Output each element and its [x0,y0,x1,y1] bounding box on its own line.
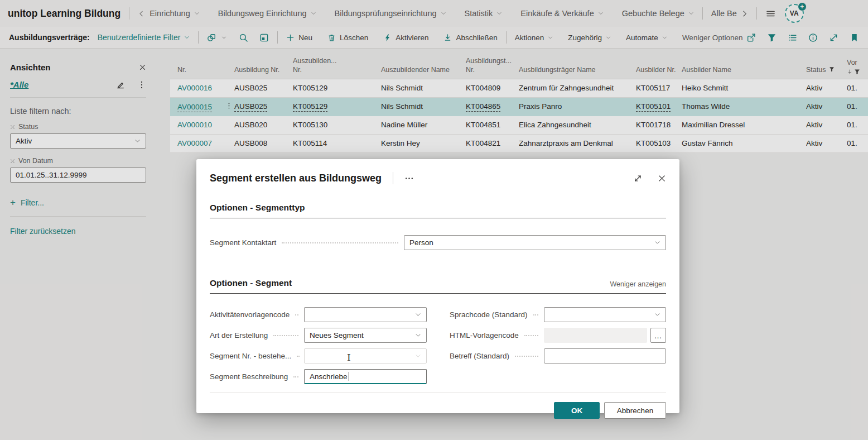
ok-button[interactable]: OK [554,402,600,419]
dotted-leader [273,335,298,336]
beschreibung-label: Segment Beschreibung [210,372,288,381]
dialog-title: Segment erstellen aus Bildungsweg [210,173,382,184]
segment-nr-label: Segment Nr. - bestehe... [210,352,291,360]
dotted-leader [295,314,298,315]
vorlagencode-dropdown[interactable] [304,307,427,322]
kontaktart-value: Person [409,238,433,247]
chevron-down-icon [654,312,660,318]
dialog-expand-icon[interactable] [634,174,642,183]
screen: unitop Learning Bildung EinrichtungBildu… [0,0,868,440]
betreff-input[interactable] [544,348,666,364]
html-vorlage-field [544,328,647,343]
kontaktart-label: Segment Kontaktart [210,238,276,247]
segment-dialog: Segment erstellen aus Bildungsweg Option… [196,159,679,413]
html-vorlage-label: HTML-Vorlagencode [450,331,519,339]
section-segmenttyp-header: Optionen - Segmenttyp [210,203,666,218]
section-segment-header: Optionen - Segment Weniger anzeigen [210,278,666,294]
text-caret [349,372,349,381]
dotted-leader [297,356,298,357]
dialog-more-icon[interactable] [404,174,414,183]
divider [210,393,666,393]
divider [393,172,393,184]
html-vorlage-lookup-button[interactable]: … [650,328,666,343]
segment-nr-dropdown [304,348,427,364]
kontaktart-dropdown[interactable]: Person [404,235,666,250]
vorlagencode-label: Aktivitätenvorlagencode [210,310,290,319]
dotted-leader [524,335,538,336]
cancel-button[interactable]: Abbrechen [604,402,666,419]
dotted-leader [293,376,298,377]
dialog-close-icon[interactable] [658,174,666,183]
erstellung-label: Art der Erstellung [210,331,268,339]
sprachcode-label: Sprachcode (Standard) [450,310,528,319]
show-less-link[interactable]: Weniger anzeigen [610,280,666,288]
sprachcode-dropdown[interactable] [544,307,666,322]
dotted-leader [533,314,538,315]
section-title: Optionen - Segmenttyp [210,203,305,213]
dotted-leader [282,242,398,243]
beschreibung-input[interactable]: Anschriebe [304,369,427,384]
erstellung-dropdown[interactable]: Neues Segment [304,328,427,343]
section-title: Optionen - Segment [210,278,292,288]
dotted-leader [515,356,538,357]
chevron-down-icon [654,240,660,246]
chevron-down-icon [415,353,421,359]
betreff-label: Betreff (Standard) [450,352,509,360]
chevron-down-icon [415,332,421,338]
chevron-down-icon [415,312,421,318]
